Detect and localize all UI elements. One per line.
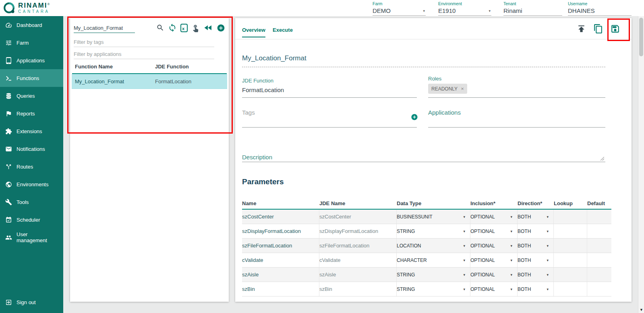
function-search-input[interactable] — [74, 23, 135, 33]
chevron-down-icon: ▾ — [547, 287, 549, 291]
default-field[interactable] — [587, 239, 611, 253]
param-name-field[interactable]: szCostCenter — [242, 210, 319, 224]
sidebar-item-dashboard[interactable]: Dashboard — [0, 16, 63, 34]
direction-select[interactable]: BOTH▾ — [518, 268, 554, 282]
default-field[interactable] — [587, 224, 611, 238]
sidebar-item-label: Routes — [17, 164, 33, 170]
refresh-icon[interactable] — [168, 23, 177, 32]
parameter-row: szDisplayFormatLocation szDisplayFormatL… — [242, 224, 611, 239]
lookup-field[interactable] — [554, 268, 587, 282]
sidebar-item-scheduler[interactable]: Scheduler — [0, 211, 63, 229]
environments-icon — [5, 181, 12, 188]
search-icon[interactable] — [156, 24, 164, 32]
data-type-select[interactable]: LOCATION▾ — [397, 239, 470, 253]
resize-handle-icon[interactable] — [600, 156, 605, 161]
direction-select[interactable]: BOTH▾ — [518, 210, 554, 224]
hand-pointer-icon[interactable] — [191, 24, 200, 32]
farm-select[interactable]: Farm DEMO ▾ — [373, 0, 426, 16]
data-type-select[interactable]: STRING▾ — [397, 224, 470, 238]
description-label: Description — [242, 154, 272, 161]
tools-icon — [5, 199, 12, 206]
chevron-down-icon: ▾ — [547, 244, 549, 248]
inclusion-select[interactable]: OPTIONAL▾ — [470, 239, 518, 253]
parameters-heading: Parameters — [242, 177, 284, 186]
roles-input-underline[interactable] — [428, 97, 605, 98]
environment-select[interactable]: Environment E1910 ▾ — [438, 0, 491, 16]
tab-overview[interactable]: Overview — [242, 27, 265, 37]
description-textarea-underline[interactable] — [242, 162, 605, 162]
lookup-field[interactable] — [554, 253, 587, 267]
default-field[interactable] — [587, 253, 611, 267]
direction-select[interactable]: BOTH▾ — [518, 282, 554, 296]
environment-value: E1910 — [438, 7, 491, 14]
col-header-jde-name: JDE Name — [319, 200, 397, 206]
username-value: DHAINES — [568, 7, 632, 14]
sidebar-item-notifications[interactable]: Notifications — [0, 140, 63, 158]
sidebar-item-environments[interactable]: Environments — [0, 175, 63, 193]
jde-function-input[interactable]: FormatLocation — [242, 86, 284, 93]
param-name-field[interactable]: szFileFormatLocation — [242, 239, 319, 253]
sidebar-item-label: Reports — [17, 111, 35, 117]
rewind-icon[interactable] — [203, 23, 213, 33]
default-field[interactable] — [587, 210, 611, 224]
param-name-field[interactable]: cValidate — [242, 253, 319, 267]
save-icon[interactable] — [610, 24, 620, 34]
filter-by-applications-input[interactable] — [74, 49, 214, 59]
tab-execute[interactable]: Execute — [273, 27, 293, 37]
roles-label: Roles — [428, 76, 441, 82]
farm-label: Farm — [373, 1, 426, 6]
excel-export-icon[interactable]: x — [180, 24, 188, 32]
default-field[interactable] — [587, 282, 611, 296]
data-type-select[interactable]: STRING▾ — [397, 282, 470, 296]
lookup-field[interactable] — [554, 239, 587, 253]
function-list-row[interactable]: My_Location_Format FormatLocation — [72, 74, 227, 89]
inclusion-select[interactable]: OPTIONAL▾ — [470, 282, 518, 296]
inclusion-select[interactable]: OPTIONAL▾ — [470, 210, 518, 224]
direction-select[interactable]: BOTH▾ — [518, 239, 554, 253]
remove-role-icon[interactable]: × — [461, 86, 464, 92]
data-type-select[interactable]: STRING▾ — [397, 268, 470, 282]
data-type-select[interactable]: BUSINESSUNIT▾ — [397, 210, 470, 224]
lookup-field[interactable] — [554, 282, 587, 296]
direction-select[interactable]: BOTH▾ — [518, 224, 554, 238]
applications-input-underline[interactable] — [428, 127, 605, 128]
scroll-down-arrow-icon[interactable]: ▼ — [638, 307, 644, 313]
copy-icon[interactable] — [593, 24, 603, 34]
sidebar-item-functions[interactable]: Functions — [0, 69, 63, 87]
param-name-field[interactable]: szBin — [242, 282, 319, 296]
sidebar-item-tools[interactable]: Tools — [0, 193, 63, 211]
inclusion-select[interactable]: OPTIONAL▾ — [470, 253, 518, 267]
extensions-icon — [5, 128, 12, 135]
add-tag-icon[interactable] — [411, 113, 418, 121]
sidebar-item-sign-out[interactable]: Sign out — [0, 293, 63, 311]
inclusion-select[interactable]: OPTIONAL▾ — [470, 268, 518, 282]
parameter-row: cValidate cValidate CHARACTER▾ OPTIONAL▾… — [242, 253, 611, 268]
sidebar-item-user-management[interactable]: User management — [0, 229, 63, 246]
direction-value: BOTH — [518, 243, 531, 249]
column-header-function-name: Function Name — [75, 64, 113, 70]
sidebar-item-label: Applications — [17, 58, 45, 64]
param-name-field[interactable]: szAisle — [242, 268, 319, 282]
inclusion-select[interactable]: OPTIONAL▾ — [470, 224, 518, 238]
filter-by-tags-input[interactable] — [74, 37, 214, 47]
tags-input[interactable]: Tags — [242, 109, 255, 116]
param-jde-name: szFileFormatLocation — [319, 239, 397, 253]
add-function-icon[interactable] — [217, 24, 225, 32]
lookup-field[interactable] — [554, 210, 587, 224]
data-type-select[interactable]: CHARACTER▾ — [397, 253, 470, 267]
tenant-label: Tenant — [503, 1, 562, 6]
sidebar-item-applications[interactable]: Applications — [0, 51, 63, 69]
direction-select[interactable]: BOTH▾ — [518, 253, 554, 267]
upload-icon[interactable] — [576, 24, 586, 34]
sidebar-item-extensions[interactable]: Extensions — [0, 122, 63, 140]
param-name-field[interactable]: szDisplayFormatLocation — [242, 224, 319, 238]
sidebar-item-routes[interactable]: Routes — [0, 158, 63, 175]
default-field[interactable] — [587, 268, 611, 282]
sidebar-item-farm[interactable]: Farm — [0, 34, 63, 51]
sidebar-item-queries[interactable]: Queries — [0, 87, 63, 105]
sidebar-item-label: Tools — [17, 199, 29, 205]
sidebar-item-reports[interactable]: Reports — [0, 105, 63, 122]
scrollbar-thumb[interactable] — [639, 18, 643, 56]
parameters-table-header: Name JDE Name Data Type Inclusion* Direc… — [242, 198, 611, 210]
lookup-field[interactable] — [554, 224, 587, 238]
